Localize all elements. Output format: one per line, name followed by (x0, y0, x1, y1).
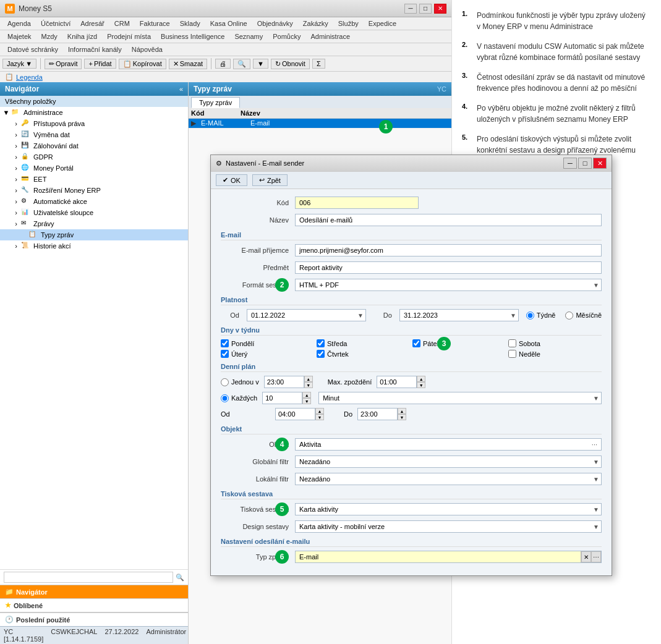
od-spin-up[interactable]: ▲ (315, 408, 324, 414)
od-date-select[interactable]: 01.12.2022 (247, 309, 366, 321)
jednou-radio-input[interactable] (221, 378, 229, 386)
search-icon[interactable]: 🔍 (176, 574, 184, 582)
jednou-spin-up[interactable]: ▲ (304, 376, 313, 382)
oblibene-section-button[interactable]: ★ Oblíbené (0, 599, 188, 612)
legenda-label[interactable]: Legenda (16, 74, 43, 81)
tydne-radio[interactable]: Týdně (526, 311, 556, 320)
tree-item-gdpr[interactable]: › 🔒 GDPR (0, 151, 188, 163)
globalni-select[interactable]: Nezadáno (295, 455, 602, 468)
tree-item-historie[interactable]: › 📜 Historie akcí (0, 240, 188, 252)
tab-typy-zprav[interactable]: Typy zpráv (191, 97, 240, 108)
do-spin-down[interactable]: ▼ (398, 414, 406, 420)
sobota-check[interactable]: Sobota (508, 339, 602, 347)
maximize-button[interactable]: □ (419, 4, 432, 14)
modal-maximize-button[interactable]: □ (578, 158, 592, 169)
tree-item-uzivatelske[interactable]: › 📊 Uživatelské sloupce (0, 207, 188, 218)
minimize-button[interactable]: ─ (404, 4, 417, 14)
menu-mzdy[interactable]: Mzdy (36, 32, 62, 41)
od-spin-down[interactable]: ▼ (315, 414, 324, 420)
email-prijemce-input[interactable] (295, 244, 602, 256)
tree-item-vymena[interactable]: › 🔄 Výměna dat (0, 129, 188, 140)
back-button[interactable]: ↩ Zpět (252, 174, 288, 186)
tree-item-zpravy[interactable]: › ✉ Zprávy (0, 218, 188, 229)
posledni-section-button[interactable]: 🕐 Poslední použité (0, 613, 188, 626)
menu-sklady[interactable]: Sklady (175, 19, 205, 28)
ctvrtek-check[interactable]: Čtvrtek (317, 350, 410, 358)
tree-item-administrace[interactable]: ▼ 📁 Administrace (0, 107, 188, 118)
mesicne-radio-input[interactable] (565, 311, 573, 320)
tree-item-pristupova[interactable]: › 🔑 Přístupová práva (0, 118, 188, 129)
kazdy-spin-up[interactable]: ▲ (302, 392, 311, 398)
predmet-input[interactable] (295, 261, 602, 274)
menu-agenda[interactable]: Agenda (2, 19, 36, 28)
menu-kniha[interactable]: Kniha jízd (62, 32, 102, 41)
menu-seznamy[interactable]: Seznamy (229, 32, 268, 41)
design-select[interactable]: Karta aktivity - mobilní verze (295, 520, 602, 533)
jednou-radio[interactable]: Jednou v (221, 378, 259, 386)
kod-input[interactable] (295, 197, 419, 209)
max-spin-down[interactable]: ▼ (417, 382, 425, 388)
tree-item-zalohovani[interactable]: › 💾 Zálohování dat (0, 140, 188, 151)
tree-item-automaticke[interactable]: › ⚙ Automatické akce (0, 196, 188, 207)
obnovit-button[interactable]: ↻ Obnovit (271, 59, 310, 69)
menu-datove[interactable]: Datové schránky (2, 44, 63, 54)
nedele-checkbox[interactable] (508, 350, 516, 358)
kopirovat-button[interactable]: 📋 Kopírovat (119, 59, 166, 69)
tiskova-select[interactable]: Karta aktivity (295, 503, 602, 515)
do-date-select[interactable]: 31.12.2023 (399, 309, 519, 321)
kazdy-spin-down[interactable]: ▼ (302, 398, 311, 404)
typ-zprav-clear-button[interactable]: ✕ (581, 551, 591, 562)
objekt-input[interactable]: Aktivita ··· (295, 438, 602, 451)
tree-item-rozsireni[interactable]: › 🔧 Rozšíření Money ERP (0, 185, 188, 196)
sigma-button[interactable]: Σ (312, 59, 325, 69)
max-zpozdeni-input[interactable] (377, 376, 417, 388)
tydne-radio-input[interactable] (526, 311, 534, 320)
opravit-button[interactable]: ✏ Opravit (45, 59, 82, 69)
menu-objednavky[interactable]: Objednávky (252, 19, 298, 28)
filter-button[interactable]: ▼ (253, 59, 268, 69)
menu-pomucky[interactable]: Pomůcky (268, 32, 305, 41)
pondeli-check[interactable]: Pondělí (221, 339, 314, 347)
menu-sluzby[interactable]: Služby (333, 19, 364, 28)
nedele-check[interactable]: Neděle (508, 350, 602, 358)
tree-item-money-portal[interactable]: › 🌐 Money Portál (0, 163, 188, 174)
menu-majetek[interactable]: Majetek (2, 32, 36, 41)
tree-item-typy-zprav[interactable]: 📋 Typy zpráv (0, 229, 188, 240)
typ-zprav-select-button[interactable]: ⋯ (591, 551, 601, 562)
lokalni-select[interactable]: Nezadáno (295, 473, 602, 485)
ctvrtek-checkbox[interactable] (317, 350, 325, 358)
streda-check[interactable]: Středa (317, 339, 410, 347)
menu-crm[interactable]: CRM (109, 19, 135, 28)
minut-select[interactable]: Minut Hodin (318, 392, 602, 404)
streda-checkbox[interactable] (317, 339, 325, 347)
patek-check[interactable]: 3 Pátek (412, 339, 506, 347)
od-cas-input[interactable] (275, 408, 315, 420)
search-input[interactable] (4, 572, 173, 583)
ok-button[interactable]: ✔ OK (216, 174, 247, 186)
menu-fakturace[interactable]: Fakturace (135, 19, 175, 28)
pondeli-checkbox[interactable] (221, 339, 229, 347)
utery-checkbox[interactable] (221, 350, 229, 358)
language-button[interactable]: Jazyk ▼ (2, 59, 36, 69)
menu-prodejni[interactable]: Prodejní místa (102, 32, 156, 41)
search-button[interactable]: 🔍 (233, 59, 250, 69)
modal-close-button[interactable]: ✕ (593, 158, 607, 169)
print-button[interactable]: 🖨 (215, 59, 231, 69)
pridat-button[interactable]: + Přidat (84, 59, 116, 69)
menu-bi[interactable]: Business Intelligence (156, 32, 229, 41)
navigator-section-button[interactable]: 📁 Navigátor (0, 585, 188, 598)
close-button[interactable]: ✕ (434, 4, 446, 14)
navigator-collapse-button[interactable]: « (179, 85, 183, 93)
tree-item-eet[interactable]: › 💳 EET (0, 174, 188, 185)
menu-administrace[interactable]: Administrace (306, 32, 356, 41)
grid-row-email[interactable]: ▶ E-MAIL E-mail (189, 119, 451, 129)
jednou-spin-down[interactable]: ▼ (304, 382, 313, 388)
nazev-input[interactable] (295, 214, 602, 226)
kazdy-radio-input[interactable] (221, 394, 229, 402)
menu-informacni[interactable]: Informační kanály (63, 44, 127, 54)
sobota-checkbox[interactable] (508, 339, 516, 347)
do-spin-up[interactable]: ▲ (398, 408, 406, 414)
patek-checkbox[interactable] (412, 339, 420, 347)
utery-check[interactable]: Úterý (221, 350, 314, 358)
kazdy-radio[interactable]: Každých (221, 394, 257, 402)
